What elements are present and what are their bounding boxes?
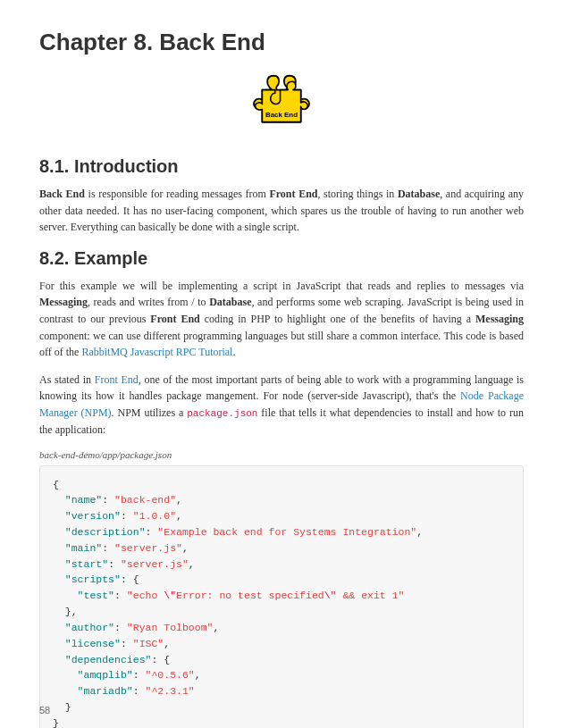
section-example-heading: 8.2. Example	[39, 248, 524, 269]
code-block-package-json: { "name": "back-end", "version": "1.0.0"…	[39, 465, 524, 728]
bold-text: Front End	[269, 188, 317, 200]
page-number: 58	[39, 705, 50, 715]
bold-text: Database	[209, 296, 251, 308]
example-paragraph-1: For this example we will be implementing…	[39, 278, 524, 361]
intro-paragraph-1: Back End is responsible for reading mess…	[39, 186, 524, 236]
code-caption: back-end-demo/app/package.json	[39, 449, 524, 460]
example-paragraph-2: As stated in Front End, one of the most …	[39, 372, 524, 439]
section-intro-heading: 8.1. Introduction	[39, 156, 524, 177]
link-front-end[interactable]: Front End	[95, 373, 139, 386]
puzzle-label: Back End	[265, 111, 298, 119]
chapter-title: Chapter 8. Back End	[39, 29, 524, 56]
bold-text: Messaging	[475, 313, 524, 325]
bold-text: Back End	[39, 188, 85, 200]
bold-text: Front End	[150, 313, 199, 325]
bold-text: Messaging	[39, 296, 88, 308]
inline-code: package.json	[187, 408, 257, 419]
bold-text: Database	[398, 188, 440, 200]
puzzle-piece-icon: Back End	[249, 71, 314, 135]
link-rabbitmq-tutorial[interactable]: RabbitMQ Javascript RPC Tutorial	[81, 346, 232, 358]
puzzle-piece-illustration: Back End	[39, 71, 524, 138]
